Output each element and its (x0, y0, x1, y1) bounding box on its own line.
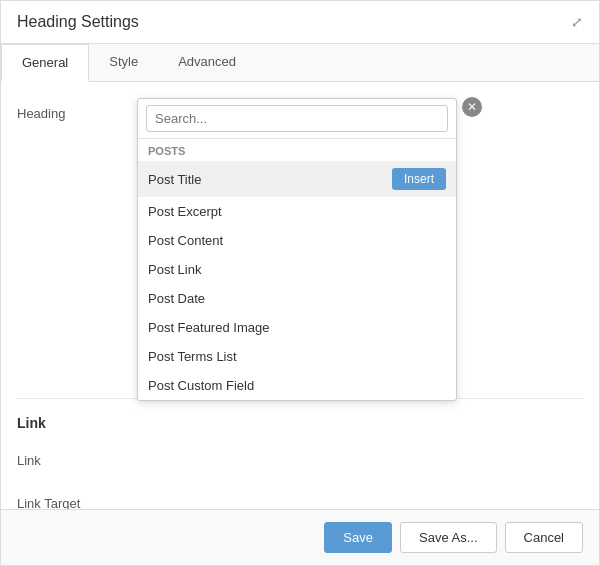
dropdown-search-input[interactable] (146, 105, 448, 132)
link-section: Link Link Link Target (17, 398, 583, 509)
dialog-title: Heading Settings (17, 13, 139, 31)
tab-style[interactable]: Style (89, 44, 158, 81)
dropdown-item-6[interactable]: Post Terms List (138, 342, 456, 371)
dropdown-item-1[interactable]: Post Excerpt (138, 197, 456, 226)
dropdown-close-button[interactable]: ✕ (462, 97, 482, 117)
dropdown-item-label-1: Post Excerpt (148, 204, 222, 219)
dropdown-search-container (138, 99, 456, 139)
dialog: Heading Settings ⤢ General Style Advance… (0, 0, 600, 566)
dropdown-item-label-3: Post Link (148, 262, 201, 277)
tabs-bar: General Style Advanced (1, 44, 599, 82)
dropdown-item-label-4: Post Date (148, 291, 205, 306)
dropdown-group-label: Posts (138, 139, 456, 161)
dropdown-item-3[interactable]: Post Link (138, 255, 456, 284)
tab-advanced[interactable]: Advanced (158, 44, 256, 81)
dialog-body: Heading ✕ Posts Post Title Insert Post E… (1, 82, 599, 509)
dropdown-item-4[interactable]: Post Date (138, 284, 456, 313)
dropdown-item-5[interactable]: Post Featured Image (138, 313, 456, 342)
link-target-field-row: Link Target (17, 488, 583, 509)
link-label: Link (17, 445, 137, 468)
dialog-header: Heading Settings ⤢ (1, 1, 599, 44)
dropdown-item-0[interactable]: Post Title Insert (138, 161, 456, 197)
dropdown-item-label-2: Post Content (148, 233, 223, 248)
dropdown-item-label-5: Post Featured Image (148, 320, 269, 335)
dropdown-item-label-6: Post Terms List (148, 349, 237, 364)
expand-icon[interactable]: ⤢ (571, 14, 583, 30)
dialog-footer: Save Save As... Cancel (1, 509, 599, 565)
link-target-label: Link Target (17, 488, 137, 509)
save-button[interactable]: Save (324, 522, 392, 553)
link-section-label: Link (17, 415, 583, 431)
heading-field-row: Heading ✕ Posts Post Title Insert Post E… (17, 98, 583, 378)
dropdown-item-label-7: Post Custom Field (148, 378, 254, 393)
link-field-row: Link (17, 445, 583, 468)
insert-button[interactable]: Insert (392, 168, 446, 190)
tab-general[interactable]: General (1, 44, 89, 82)
dropdown-item-2[interactable]: Post Content (138, 226, 456, 255)
heading-label: Heading (17, 98, 137, 121)
dropdown-item-7[interactable]: Post Custom Field (138, 371, 456, 400)
cancel-button[interactable]: Cancel (505, 522, 583, 553)
save-as-button[interactable]: Save As... (400, 522, 497, 553)
dropdown-item-label-0: Post Title (148, 172, 201, 187)
dynamic-tags-dropdown: ✕ Posts Post Title Insert Post Excerpt P… (137, 98, 457, 401)
